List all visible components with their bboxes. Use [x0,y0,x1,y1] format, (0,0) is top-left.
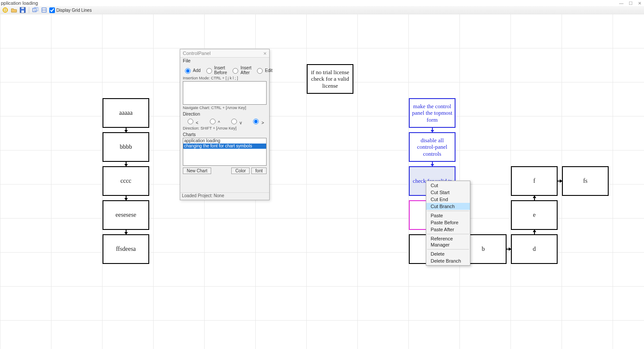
svg-rect-4 [21,10,24,13]
toolbar: Display Grid Lines [0,6,644,14]
grid-overlay [0,14,644,14]
display-grid-checkbox[interactable]: Display Grid Lines [49,7,92,13]
save-icon[interactable] [19,7,26,14]
tool-icon-1[interactable] [32,7,39,14]
close-icon[interactable]: ✕ [638,1,641,6]
window-title: pplication loading [0,0,644,6]
maximize-icon[interactable]: ☐ [629,1,633,6]
tool-icon-2[interactable] [41,7,48,14]
toolbar-separator [29,7,29,13]
new-icon[interactable] [2,7,9,14]
minimize-icon[interactable]: — [619,1,623,6]
open-icon[interactable] [10,7,17,14]
canvas[interactable]: aaaaa bbbb cccc eesesese ffsdeesa if no … [0,14,644,14]
window-controls: — ☐ ✕ [619,1,641,6]
svg-rect-5 [21,7,24,9]
display-grid-input[interactable] [49,7,55,13]
display-grid-label: Display Grid Lines [56,8,92,13]
